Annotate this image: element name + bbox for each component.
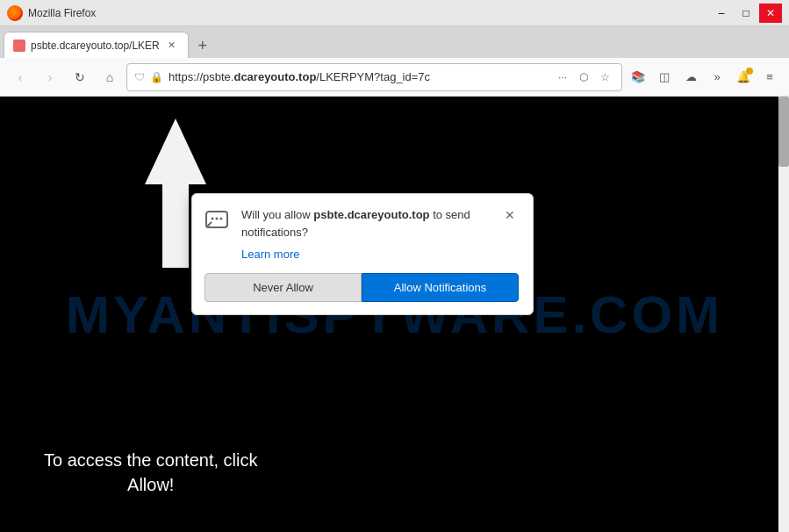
tab-close-button[interactable]: ✕ bbox=[165, 39, 179, 53]
bottom-text-line2: Allow! bbox=[44, 472, 257, 497]
active-tab[interactable]: psbte.dcareyouto.top/LKER ✕ bbox=[4, 32, 189, 58]
notification-permission-popup: Will you allow psbte.dcareyouto.top to s… bbox=[191, 193, 534, 315]
pocket-button[interactable]: ⬡ bbox=[574, 68, 593, 87]
tab-label: psbte.dcareyouto.top/LKER bbox=[31, 40, 160, 52]
close-button[interactable]: ✕ bbox=[759, 4, 782, 23]
security-icon: 🛡 bbox=[134, 71, 145, 83]
library-button[interactable]: 📚 bbox=[626, 65, 650, 90]
back-button[interactable]: ‹ bbox=[7, 64, 33, 90]
forward-button[interactable]: › bbox=[37, 64, 63, 90]
popup-domain: psbte.dcareyouto.top bbox=[313, 208, 429, 221]
new-tab-button[interactable]: + bbox=[190, 33, 215, 58]
menu-button[interactable]: ≡ bbox=[757, 65, 782, 90]
url-suffix: /LKERPYM?tag_id=7c bbox=[316, 70, 430, 83]
scrollbar[interactable] bbox=[778, 97, 789, 532]
learn-more-link[interactable]: Learn more bbox=[241, 248, 519, 261]
popup-title: Will you allow psbte.dcareyouto.top to s… bbox=[241, 206, 492, 241]
bookmark-star-button[interactable]: ☆ bbox=[595, 68, 614, 87]
titlebar: Mozilla Firefox – □ ✕ bbox=[0, 0, 789, 26]
url-prefix: https://psbte. bbox=[169, 70, 233, 83]
svg-point-3 bbox=[216, 218, 219, 220]
titlebar-controls: – □ ✕ bbox=[710, 4, 782, 23]
bottom-instruction: To access the content, click Allow! bbox=[44, 448, 257, 497]
extensions-button[interactable]: » bbox=[705, 65, 729, 90]
sidebar-button[interactable]: ◫ bbox=[652, 65, 677, 90]
url-bar[interactable]: 🛡 🔒 https://psbte.dcareyouto.top/LKERPYM… bbox=[126, 63, 622, 91]
url-actions: ··· ⬡ ☆ bbox=[553, 68, 614, 87]
url-domain: dcareyouto.top bbox=[233, 70, 316, 83]
tab-favicon-icon bbox=[13, 40, 25, 52]
popup-close-button[interactable]: ✕ bbox=[501, 206, 519, 224]
scrollbar-thumb[interactable] bbox=[778, 97, 789, 167]
notification-button[interactable]: 🔔 bbox=[731, 65, 756, 90]
url-more-button[interactable]: ··· bbox=[553, 68, 572, 87]
allow-notifications-button[interactable]: Allow Notifications bbox=[362, 273, 519, 302]
chat-notification-icon bbox=[204, 208, 233, 236]
titlebar-title: Mozilla Firefox bbox=[28, 7, 96, 19]
never-allow-button[interactable]: Never Allow bbox=[204, 273, 362, 302]
lock-icon: 🔒 bbox=[150, 71, 163, 83]
sync-button[interactable]: ☁ bbox=[678, 65, 703, 90]
popup-action-buttons: Never Allow Allow Notifications bbox=[204, 273, 519, 302]
tabbar: psbte.dcareyouto.top/LKER ✕ + bbox=[0, 26, 789, 58]
popup-header: Will you allow psbte.dcareyouto.top to s… bbox=[204, 206, 519, 241]
svg-point-4 bbox=[220, 218, 223, 220]
maximize-button[interactable]: □ bbox=[735, 4, 757, 23]
titlebar-left: Mozilla Firefox bbox=[7, 5, 96, 21]
navbar: ‹ › ↻ ⌂ 🛡 🔒 https://psbte.dcareyouto.top… bbox=[0, 58, 789, 97]
nav-right-buttons: 📚 ◫ ☁ » 🔔 ≡ bbox=[626, 65, 782, 90]
url-text: https://psbte.dcareyouto.top/LKERPYM?tag… bbox=[169, 70, 548, 83]
bottom-text-line1: To access the content, click bbox=[44, 448, 257, 472]
firefox-logo-icon bbox=[7, 5, 23, 21]
svg-point-2 bbox=[212, 218, 214, 220]
main-content: MYANTISPYWARE.COM To access the content,… bbox=[0, 97, 789, 532]
home-button[interactable]: ⌂ bbox=[97, 64, 123, 90]
reload-button[interactable]: ↻ bbox=[67, 64, 93, 90]
popup-question-start: Will you allow bbox=[241, 208, 313, 221]
minimize-button[interactable]: – bbox=[710, 4, 733, 23]
